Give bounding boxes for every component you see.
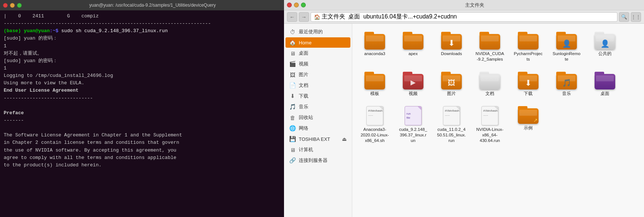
- link-icon: ↗: [533, 117, 538, 123]
- server-icon: 🔗: [289, 157, 296, 164]
- fm-search-button[interactable]: 🔍: [619, 12, 629, 22]
- terminal-line: Using more to view the EULA.: [4, 79, 280, 87]
- terminal-line: Logging to /tmp/cuda_install_24696.log: [4, 72, 280, 79]
- sidebar-trash-label: 回收站: [299, 114, 313, 121]
- person-icon: 👤: [562, 39, 571, 48]
- file-item-nvidia-cuda[interactable]: NVIDIA_CUDA-9.2_Samples: [473, 30, 506, 64]
- sidebar-desktop-label: 桌面: [299, 50, 308, 57]
- file-item-example[interactable]: ↗ 示例: [512, 104, 545, 146]
- terminal-minimize-button[interactable]: [10, 3, 15, 8]
- terminal-panel: yuan@yuan: /usr/local/cuda-9.2/samples/1…: [0, 0, 284, 217]
- file-label: 示例: [524, 125, 533, 131]
- sidebar-item-network[interactable]: 🌐 网络: [285, 123, 350, 133]
- folder-icon: ⬇: [518, 72, 539, 89]
- terminal-line: ----------------------------------------…: [4, 20, 280, 27]
- sidebar-video-label: 视频: [299, 61, 308, 67]
- download-icon: ⬇: [289, 93, 296, 99]
- file-item-sunlogin[interactable]: 👤 SunloginRemote: [550, 30, 583, 64]
- file-item-desktop-folder[interactable]: 桌面: [588, 69, 622, 99]
- terminal-prompt-path: :~$: [50, 28, 58, 34]
- sidebar-recent-label: 最近使用的: [299, 28, 323, 35]
- terminal-line: [4, 124, 280, 132]
- fm-back-button[interactable]: ←: [287, 12, 297, 22]
- terminal-maximize-button[interactable]: [17, 3, 22, 8]
- terminal-line: End User License Agreement: [4, 87, 280, 94]
- sidebar-device-toshiba[interactable]: 💾 TOSHIBA EXT ⏏: [285, 134, 350, 144]
- file-label: PycharmProjects: [514, 51, 543, 62]
- fm-minimize-button[interactable]: [294, 3, 299, 7]
- file-item-apex[interactable]: apex: [397, 30, 430, 64]
- fm-maximize-button[interactable]: [301, 3, 306, 7]
- sidebar-item-trash[interactable]: 🗑 回收站: [285, 112, 350, 123]
- file-item-download2[interactable]: ⬇ 下载: [512, 69, 545, 99]
- sidebar-item-server[interactable]: 🔗 连接到服务器: [285, 155, 350, 166]
- file-item-images[interactable]: 🖼 图片: [435, 69, 468, 99]
- file-item-documents[interactable]: 文档: [473, 69, 506, 99]
- person-icon: 👤: [600, 39, 610, 48]
- folder-icon: [479, 72, 500, 89]
- trash-icon: 🗑: [289, 115, 296, 121]
- folder-icon: 👤: [595, 32, 615, 50]
- sidebar-image-label: 图片: [299, 71, 308, 78]
- fm-close-button[interactable]: [287, 3, 292, 7]
- file-item-template[interactable]: 模板: [358, 69, 391, 99]
- file-item-downloads[interactable]: ⬇ Downloads: [435, 30, 468, 64]
- terminal-line: The Software License Agreement in Chapte…: [4, 132, 280, 139]
- sidebar-item-recent[interactable]: ⏱ 最近使用的: [285, 27, 350, 37]
- sidebar-item-music[interactable]: 🎵 音乐: [285, 102, 350, 112]
- file-label: 音乐: [562, 91, 571, 96]
- file-item-cuda11-run[interactable]: #!/bin/bash...... cuda_11.0.2_450.51.05_…: [435, 104, 468, 146]
- sidebar-item-video[interactable]: 🎬 视频: [285, 59, 350, 69]
- sidebar-item-computer[interactable]: 🖥 计算机: [285, 145, 350, 155]
- sidebar-server-label: 连接到服务器: [299, 157, 328, 164]
- sidebar-item-download[interactable]: ⬇ 下载: [285, 91, 350, 101]
- file-item-pycharm[interactable]: PycharmProjects: [512, 30, 545, 64]
- docs-icon: 📄: [289, 82, 296, 89]
- terminal-line: -------: [4, 117, 280, 124]
- folder-icon: [364, 72, 385, 89]
- video-icon: 🎬: [289, 61, 296, 67]
- fm-location-bar: 🏠 主文件夹 桌面 ubuntu16.04显卡...+cuda9.2+cudnn: [311, 12, 617, 22]
- script-icon3: #!/bin/bash......: [481, 106, 498, 125]
- terminal-line: 1: [4, 43, 280, 50]
- file-item-public[interactable]: 👤 公共的: [588, 30, 622, 64]
- image-folder-icon: 🖼: [448, 79, 455, 87]
- sidebar-docs-label: 文档: [299, 82, 308, 89]
- sidebar-item-image[interactable]: 🖼 图片: [285, 69, 350, 80]
- file-label: 桌面: [600, 91, 609, 96]
- file-icon: #!/bin/bash......: [480, 106, 499, 125]
- terminal-close-button[interactable]: [3, 3, 8, 8]
- script-icon: #!/bin/bash......: [366, 106, 383, 125]
- folder-icon: ⬇: [441, 32, 462, 50]
- fm-location-home-label: 主文件夹: [322, 13, 345, 21]
- sidebar-item-docs[interactable]: 📄 文档: [285, 80, 350, 91]
- fm-location-path: ubuntu16.04显卡...+cuda9.2+cudnn: [363, 13, 457, 21]
- fm-file-grid: anaconda3 apex ⬇: [358, 30, 638, 146]
- file-label: cuda_9.2.148_396.37_linux.run: [399, 127, 427, 143]
- sidebar-item-desktop[interactable]: 🖥 桌面: [285, 48, 350, 58]
- file-item-nvidia-run[interactable]: #!/bin/bash...... NVIDIA-Linux-x86_64-43…: [473, 104, 506, 146]
- fm-toolbar: ← → 🏠 主文件夹 桌面 ubuntu16.04显卡...+cuda9.2+c…: [284, 10, 644, 24]
- network-icon: 🌐: [289, 125, 296, 132]
- terminal-line: [4, 102, 280, 109]
- fm-menu-button[interactable]: ⋮⋮: [631, 12, 641, 22]
- folder-icon: ↗: [518, 106, 539, 124]
- fm-title: 主文件夹: [308, 2, 641, 9]
- terminal-prompt-user: (base) yuan@yuan: [4, 28, 50, 34]
- play-icon: ▶: [411, 78, 416, 87]
- sidebar-item-home[interactable]: 🏠 Home: [285, 37, 350, 48]
- file-item-music[interactable]: 🎵 音乐: [550, 69, 583, 99]
- file-item-anaconda-sh[interactable]: #!/bin/bash...... Anaconda3-2020.02-Linu…: [358, 104, 391, 146]
- eject-icon[interactable]: ⏏: [342, 136, 347, 142]
- folder-icon: [518, 32, 539, 50]
- file-item-videos[interactable]: ▶ 视频: [397, 69, 430, 99]
- terminal-line: (base) yuan@yuan:~$ sudo sh cuda_9.2.148…: [4, 27, 280, 35]
- terminal-line: -------------------------------: [4, 95, 280, 102]
- file-item-cuda-run[interactable]: runfile cuda_9.2.148_396.37_linux.run: [397, 104, 430, 146]
- folder-icon: 🎵: [556, 72, 577, 89]
- fm-titlebar: 主文件夹: [284, 0, 644, 10]
- fm-forward-button[interactable]: →: [299, 12, 309, 22]
- file-label: 文档: [485, 91, 494, 96]
- file-icon: #!/bin/bash......: [365, 106, 384, 125]
- file-item-anaconda3[interactable]: anaconda3: [358, 30, 391, 64]
